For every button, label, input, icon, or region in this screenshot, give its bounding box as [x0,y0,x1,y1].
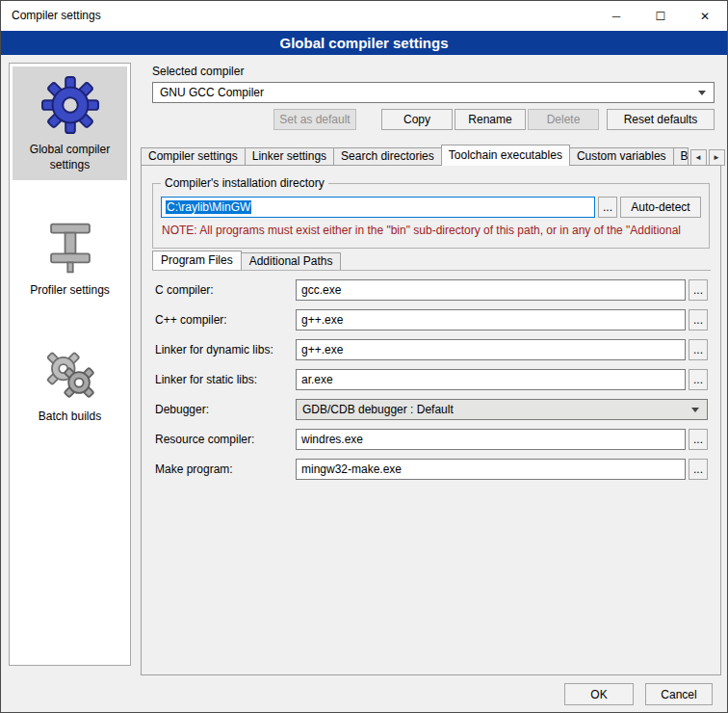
dynamic-linker-input[interactable] [296,339,686,360]
sidebar: Global compiler settings Profiler settin… [9,63,131,666]
tab-build-clipped[interactable]: Buil [673,147,689,166]
reset-defaults-button[interactable]: Reset defaults [607,109,715,130]
c-compiler-browse-button[interactable]: ... [689,279,708,301]
dynamic-linker-browse-button[interactable]: ... [689,339,708,360]
tab-search-directories[interactable]: Search directories [333,147,442,166]
debugger-row: Debugger: GDB/CDB debugger : Default [155,399,708,420]
gear-icon [40,75,100,135]
cpp-compiler-label: C++ compiler: [155,313,296,327]
c-compiler-row: C compiler: ... [155,279,708,301]
dynamic-linker-label: Linker for dynamic libs: [155,343,296,356]
installation-directory-input[interactable]: C:\raylib\MinGW [161,197,595,218]
subtab-divider [152,270,711,271]
cpp-compiler-input[interactable] [296,309,686,330]
cpp-compiler-browse-button[interactable]: ... [689,309,708,330]
close-button[interactable]: ✕ [683,1,727,31]
subtab-program-files[interactable]: Program Files [152,251,242,270]
chevron-down-icon [698,91,706,95]
tab-linker-settings[interactable]: Linker settings [245,147,334,166]
resource-compiler-row: Resource compiler: ... [155,429,708,450]
selected-compiler-dropdown[interactable]: GNU GCC Compiler [152,82,715,103]
minimize-button[interactable]: ─ [594,1,638,31]
copy-button[interactable]: Copy [381,109,453,130]
tab-scroll-buttons: ◄ ► [689,149,725,166]
c-compiler-label: C compiler: [155,283,296,297]
sidebar-item-label: Batch builds [14,409,125,425]
compiler-actions: Set as default Copy Rename Delete Reset … [152,109,715,130]
tab-compiler-settings[interactable]: Compiler settings [141,147,246,166]
program-files-form: C compiler: ... C++ compiler: ... Linker… [155,279,708,489]
static-linker-row: Linker for static libs: ... [155,369,708,390]
debugger-dropdown[interactable]: GDB/CDB debugger : Default [296,399,708,420]
sidebar-item-global-compiler-settings[interactable]: Global compiler settings [13,66,127,180]
static-linker-browse-button[interactable]: ... [689,369,708,390]
cancel-button[interactable]: Cancel [645,683,713,705]
rename-button[interactable]: Rename [455,109,526,130]
window-title: Compiler settings [1,1,594,31]
tab-scroll-right-button[interactable]: ► [709,149,725,166]
resource-compiler-input[interactable] [296,429,686,450]
make-program-row: Make program: ... [155,459,708,480]
delete-button[interactable]: Delete [528,109,599,130]
dynamic-linker-row: Linker for dynamic libs: ... [155,339,708,360]
sidebar-spacer [10,309,130,334]
maximize-button[interactable]: ☐ [638,1,683,31]
sidebar-item-batch-builds[interactable]: Batch builds [13,337,127,433]
debugger-value: GDB/CDB debugger : Default [302,403,454,416]
c-compiler-input[interactable] [296,279,686,301]
selected-compiler-value: GNU GCC Compiler [160,86,264,99]
make-program-browse-button[interactable]: ... [689,459,708,480]
batch-gears-icon [42,346,98,402]
tab-toolchain-executables[interactable]: Toolchain executables [441,145,570,166]
sidebar-item-label: Profiler settings [14,283,125,299]
settings-tabbar: Compiler settings Linker settings Search… [141,145,721,166]
ok-button[interactable]: OK [564,683,634,705]
resource-compiler-label: Resource compiler: [155,433,296,446]
make-program-input[interactable] [296,459,686,480]
bin-subdirectory-note: NOTE: All programs must exist either in … [162,224,701,237]
resource-compiler-browse-button[interactable]: ... [689,429,708,450]
profiler-tool-icon [42,220,98,276]
chevron-down-icon [691,408,699,412]
titlebar: Compiler settings ─ ☐ ✕ [1,1,727,31]
installation-directory-value: C:\raylib\MinGW [166,200,251,214]
static-linker-label: Linker for static libs: [155,373,296,386]
installation-directory-browse-button[interactable]: ... [598,197,617,218]
page-title: Global compiler settings [1,31,727,55]
static-linker-input[interactable] [296,369,686,390]
set-as-default-button[interactable]: Set as default [273,109,356,130]
subtab-additional-paths[interactable]: Additional Paths [241,252,342,270]
installation-directory-title: Compiler's installation directory [161,176,328,190]
cpp-compiler-row: C++ compiler: ... [155,309,708,330]
toolchain-executables-panel: Compiler's installation directory C:\ray… [141,165,721,675]
sidebar-item-label: Global compiler settings [14,143,125,172]
selected-compiler-label: Selected compiler [152,65,244,78]
auto-detect-button[interactable]: Auto-detect [620,197,701,218]
compiler-settings-window: Compiler settings ─ ☐ ✕ Global compiler … [0,0,728,713]
sidebar-item-profiler-settings[interactable]: Profiler settings [13,211,127,306]
tab-custom-variables[interactable]: Custom variables [569,147,674,166]
make-program-label: Make program: [155,462,296,476]
installation-directory-row: C:\raylib\MinGW ... Auto-detect [161,197,701,218]
installation-directory-groupbox: Compiler's installation directory C:\ray… [152,183,710,249]
tab-scroll-left-button[interactable]: ◄ [690,149,707,166]
program-files-subtabbar: Program Files Additional Paths [153,251,341,270]
sidebar-spacer [10,183,130,208]
debugger-label: Debugger: [155,403,296,416]
